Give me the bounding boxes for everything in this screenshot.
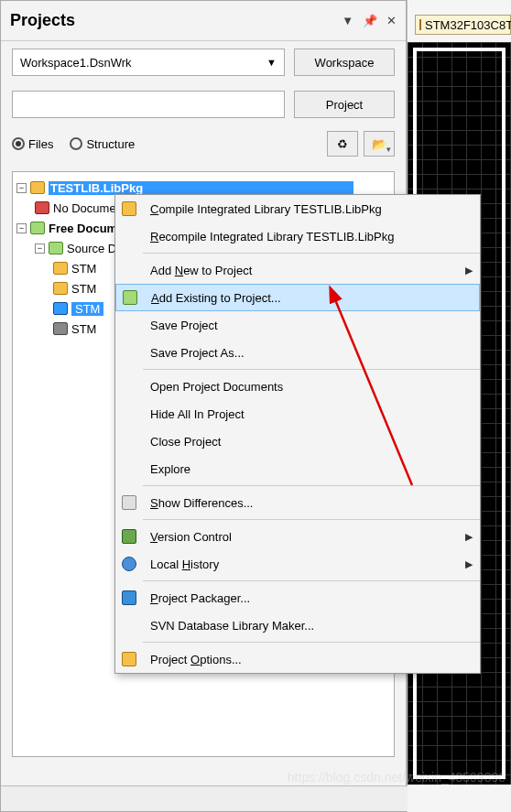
separator [143, 253, 480, 254]
panel-header: Projects ▼ 📌 ✕ [1, 1, 406, 41]
ctx-local-history-label: Local History [143, 558, 465, 571]
ctx-open-docs-label: Open Project Documents [143, 380, 473, 394]
editor-tab[interactable]: STM32F103C8T6 [415, 15, 511, 35]
options-icon [122, 652, 136, 666]
close-icon[interactable]: ✕ [386, 14, 397, 27]
schdoc-icon [53, 262, 68, 275]
pcblib-icon [53, 302, 68, 315]
ctx-save-as-label: Save Project As... [143, 346, 473, 360]
ctx-hide-all-label: Hide All In Project [143, 407, 473, 421]
structure-radio-label: Structure [86, 137, 135, 151]
diff-icon [122, 495, 136, 510]
history-icon [122, 557, 136, 571]
schdoc-icon [53, 282, 68, 295]
tree-file-0-label: STM [71, 262, 96, 276]
ctx-close-project[interactable]: Close Project [115, 428, 480, 455]
separator [143, 485, 480, 486]
document-icon [419, 19, 421, 30]
ctx-save-label: Save Project [143, 319, 473, 332]
panel-controls: ▼ 📌 ✕ [342, 14, 397, 27]
ctx-add-new-label: Add New to Project [143, 264, 465, 277]
submenu-arrow-icon: ▶ [465, 531, 473, 543]
separator [143, 580, 480, 581]
ctx-recompile-label: Recompile Integrated Library TESTLIB.Lib… [143, 230, 473, 244]
workspace-button[interactable]: Workspace [294, 49, 395, 76]
tree-file-3-label: STM [71, 322, 96, 336]
ctx-svn-db-label: SVN Database Library Maker... [143, 619, 473, 633]
ctx-close-label: Close Project [143, 435, 473, 449]
open-folder-icon: 📂 [372, 137, 386, 151]
chevron-down-icon: ▼ [266, 57, 277, 68]
ctx-svn-db-maker[interactable]: SVN Database Library Maker... [115, 612, 480, 639]
ctx-explore-label: Explore [143, 462, 473, 476]
workspace-row: Workspace1.DsnWrk ▼ Workspace [1, 41, 406, 83]
pin-icon[interactable]: 📌 [363, 14, 377, 27]
files-radio-label: Files [28, 137, 53, 151]
separator [143, 642, 480, 643]
filter-row: Files Structure ♻ 📂 [1, 125, 406, 162]
submenu-arrow-icon: ▶ [465, 265, 473, 276]
ctx-open-docs[interactable]: Open Project Documents [115, 373, 480, 400]
panel-menu-icon[interactable]: ▼ [342, 14, 353, 27]
ctx-project-options[interactable]: Project Options... [115, 645, 480, 673]
add-existing-icon [123, 290, 137, 305]
folder-icon [30, 222, 45, 234]
tree-file-1-label: STM [71, 282, 96, 296]
ctx-project-packager[interactable]: Project Packager... [115, 584, 480, 612]
ctx-packager-label: Project Packager... [143, 591, 473, 605]
radio-unchecked-icon [70, 137, 82, 150]
project-button[interactable]: Project [294, 91, 395, 118]
ctx-version-control[interactable]: Version Control ▶ [115, 523, 480, 550]
version-control-icon [122, 529, 136, 544]
separator [143, 519, 480, 520]
tree-file-2-label: STM [71, 302, 103, 316]
collapse-icon[interactable]: − [35, 244, 45, 254]
ctx-save-as[interactable]: Save Project As... [115, 339, 480, 366]
no-docs-icon [35, 201, 49, 214]
panel-footer [1, 785, 408, 811]
radio-checked-icon [12, 137, 25, 150]
folder-icon [49, 242, 63, 254]
submenu-arrow-icon: ▶ [465, 558, 473, 570]
context-menu: Compile Integrated Library TESTLIB.LibPk… [114, 194, 481, 674]
watermark: https://blog.csdn.net/weixin_43599390 [288, 770, 506, 785]
workspace-selected-label: Workspace1.DsnWrk [20, 56, 132, 70]
project-filter-input[interactable] [12, 91, 285, 118]
structure-radio[interactable]: Structure [70, 137, 135, 151]
collapse-icon[interactable]: − [16, 183, 27, 193]
editor-tab-label: STM32F103C8T6 [425, 18, 511, 32]
ctx-add-existing-label: Add Existing to Project... [144, 291, 472, 305]
tree-root-label: TESTLIB.LibPkg [49, 181, 353, 195]
ctx-save[interactable]: Save Project [115, 311, 480, 339]
workspace-select[interactable]: Workspace1.DsnWrk ▼ [12, 49, 285, 76]
refresh-icon: ♻ [337, 137, 348, 151]
ctx-show-diff-label: Show Differences... [143, 496, 473, 510]
ctx-options-label: Project Options... [143, 653, 473, 666]
workspace-button-label: Workspace [315, 56, 375, 70]
ctx-explore[interactable]: Explore [115, 455, 480, 482]
open-button[interactable]: 📂 [364, 131, 395, 157]
ctx-recompile[interactable]: Recompile Integrated Library TESTLIB.Lib… [115, 222, 480, 250]
project-folder-icon [30, 181, 45, 194]
separator [143, 369, 480, 370]
project-button-label: Project [326, 98, 363, 112]
files-radio[interactable]: Files [12, 137, 53, 151]
ctx-version-control-label: Version Control [143, 530, 465, 544]
ctx-local-history[interactable]: Local History ▶ [115, 550, 480, 578]
ctx-hide-all[interactable]: Hide All In Project [115, 400, 480, 428]
ctx-compile[interactable]: Compile Integrated Library TESTLIB.LibPk… [115, 195, 480, 222]
refresh-button[interactable]: ♻ [327, 131, 358, 157]
ctx-add-existing[interactable]: Add Existing to Project... [115, 284, 480, 311]
project-row: Project [1, 83, 406, 125]
ctx-show-diff[interactable]: Show Differences... [115, 489, 480, 516]
panel-title: Projects [10, 11, 75, 30]
ctx-add-new[interactable]: Add New to Project ▶ [115, 256, 480, 284]
ctx-compile-label: Compile Integrated Library TESTLIB.LibPk… [143, 202, 473, 216]
packager-icon [122, 590, 136, 605]
collapse-icon[interactable]: − [16, 223, 27, 233]
lib-icon [53, 322, 68, 335]
compile-icon [122, 201, 136, 216]
